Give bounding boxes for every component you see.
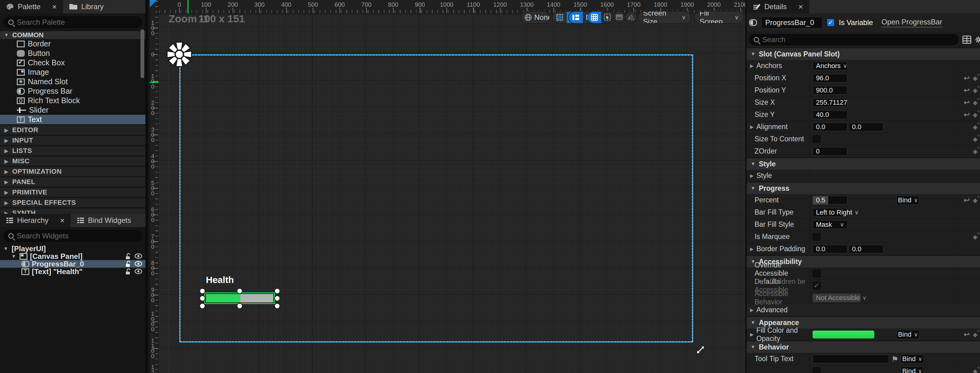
palette-category-optimization[interactable]: ▶OPTIMIZATION [0, 167, 145, 176]
bar-fill-style-dropdown[interactable]: Mask∨ [813, 221, 848, 229]
palette-item-progress-bar[interactable]: Progress Bar [0, 86, 145, 96]
chevron-down-icon[interactable]: ▼ [10, 254, 17, 259]
position-x-field[interactable]: 96.0 [813, 74, 848, 83]
expand-icon[interactable]: ▶ [749, 307, 754, 313]
create-binding-icon[interactable]: ◆ [973, 123, 978, 131]
tab-palette[interactable]: Palette × [0, 0, 63, 13]
lock-icon[interactable] [125, 253, 131, 260]
progressbar-widget[interactable] [204, 292, 275, 304]
palette-item-image[interactable]: Image [0, 67, 145, 77]
flip-preview-button[interactable] [625, 12, 636, 22]
details-close-icon[interactable]: × [798, 2, 803, 12]
tab-library[interactable]: Library [63, 0, 110, 13]
bar-fill-type-dropdown[interactable]: Left to Right∨ [813, 208, 848, 217]
tool-tip-bind-button[interactable]: Bind∨ [900, 354, 924, 363]
palette-search-input[interactable] [17, 18, 137, 27]
tab-bind-widgets[interactable]: Bind Widgets [71, 214, 137, 227]
dashed-outline-toggle[interactable] [553, 12, 567, 23]
reset-icon[interactable]: ↩ [964, 74, 970, 83]
resize-handle[interactable] [237, 289, 242, 293]
border-padding-y-field[interactable]: 0.0 [849, 245, 883, 253]
chevron-down-icon[interactable]: ▼ [2, 246, 9, 251]
widget-name-field[interactable]: ProgressBar_0 [761, 17, 822, 29]
details-search-input[interactable] [762, 35, 954, 44]
hierarchy-search[interactable] [4, 230, 142, 242]
open-progressbar-link[interactable]: Open ProgressBar [881, 18, 942, 27]
palette-scrollbar[interactable] [140, 29, 144, 78]
details-search[interactable] [749, 34, 959, 45]
resize-handle[interactable] [200, 296, 205, 301]
preview-background-button[interactable] [614, 12, 625, 22]
tool-tip-text-field[interactable] [813, 355, 889, 363]
percent-slider-field[interactable]: 0.5 [813, 196, 848, 205]
expand-icon[interactable]: ▶ [749, 332, 754, 337]
is-marquee-checkbox[interactable] [813, 233, 821, 241]
lock-icon[interactable] [125, 268, 131, 275]
percent-bind-button[interactable]: Bind∨ [896, 196, 920, 205]
select-tool-button[interactable] [602, 12, 613, 22]
palette-category-primitive[interactable]: ▶PRIMITIVE [0, 188, 145, 197]
palette-category-input[interactable]: ▶INPUT [0, 136, 145, 145]
screen-size-dropdown[interactable]: Screen Size ∨ [638, 12, 691, 23]
section-progress[interactable]: ▼Progress [747, 182, 980, 194]
expand-icon[interactable]: ▶ [749, 124, 754, 130]
can-children-checkbox[interactable]: ✓ [813, 282, 821, 290]
is-variable-checkbox[interactable]: ✓ [827, 19, 835, 27]
health-text-widget[interactable]: Health [206, 275, 234, 285]
override-accessible-checkbox[interactable] [813, 270, 821, 278]
create-binding-icon[interactable]: ◆ [973, 368, 978, 373]
fill-screen-dropdown[interactable]: Fill Screen ∨ [695, 12, 743, 23]
expand-icon[interactable]: ▶ [749, 173, 754, 179]
property-matrix-icon[interactable] [962, 35, 972, 44]
localization-preview-button[interactable]: None [522, 12, 550, 23]
tree-row-playerui[interactable]: ▼ [PlayerUI] [0, 245, 145, 252]
hierarchy-close-icon[interactable]: × [60, 216, 65, 225]
accessible-behavior-dropdown[interactable]: Not Accessible∨ [813, 294, 861, 302]
settings-gear-icon[interactable] [975, 35, 980, 44]
size-x-field[interactable]: 255.711273 [813, 98, 848, 107]
tree-row-canvas-panel[interactable]: ▼ [Canvas Panel] [0, 252, 145, 260]
eye-icon[interactable] [134, 253, 142, 259]
section-style[interactable]: ▼Style [747, 157, 980, 170]
palette-category-misc[interactable]: ▶MISC [0, 157, 145, 166]
palette-category-special-effects[interactable]: ▶SPECIAL EFFECTS [0, 198, 145, 207]
create-binding-icon[interactable]: ◆ [973, 87, 978, 94]
create-binding-icon[interactable]: ◆ [973, 148, 978, 155]
palette-item-text[interactable]: TText [0, 115, 145, 124]
tree-row-progressbar[interactable]: ProgressBar_0 [0, 260, 145, 268]
palette-category-panel[interactable]: ▶PANEL [0, 177, 145, 186]
palette-category-editor[interactable]: ▶EDITOR [0, 125, 145, 135]
eye-icon[interactable] [134, 268, 142, 275]
reset-icon[interactable]: ↩ [964, 98, 970, 107]
palette-search[interactable] [4, 16, 142, 28]
create-binding-icon[interactable]: ◆ [973, 331, 978, 338]
designer-canvas[interactable]: 0100200300400500600700800900100011001200… [150, 0, 745, 373]
reset-icon[interactable]: ↩ [964, 196, 970, 205]
reset-icon[interactable]: ↩ [964, 330, 970, 339]
palette-item-named-slot[interactable]: ✳Named Slot [0, 77, 145, 86]
resize-handle[interactable] [275, 289, 280, 293]
palette-item-check-box[interactable]: Check Box [0, 58, 145, 67]
eye-icon[interactable] [134, 261, 142, 267]
alignment-y-field[interactable]: 0.0 [849, 123, 883, 131]
zorder-field[interactable]: 0 [813, 147, 848, 156]
create-binding-icon[interactable]: ◆ [973, 233, 978, 241]
palette-group-common[interactable]: ▼ COMMON [0, 31, 145, 39]
expand-icon[interactable]: ▶ [749, 63, 754, 69]
partial-bind-button[interactable]: Bind∨ [900, 367, 924, 373]
hierarchy-search-input[interactable] [17, 232, 137, 240]
lock-icon[interactable] [125, 261, 131, 267]
resize-handle[interactable] [200, 289, 205, 293]
create-binding-icon[interactable]: ◆ [973, 111, 978, 118]
reset-icon[interactable]: ↩ [964, 111, 970, 119]
palette-close-icon[interactable]: × [52, 2, 57, 12]
border-padding-x-field[interactable]: 0.0 [813, 245, 848, 253]
create-binding-icon[interactable]: ◆ [973, 99, 978, 106]
palette-item-border[interactable]: Border [0, 39, 145, 49]
resize-handle[interactable] [200, 304, 205, 308]
tab-details[interactable]: Details × [747, 0, 809, 13]
create-binding-icon[interactable]: ◆ [973, 75, 978, 82]
palette-category-lists[interactable]: ▶LISTS [0, 146, 145, 156]
tab-hierarchy[interactable]: Hierarchy × [0, 214, 71, 227]
palette-item-button[interactable]: Button [0, 49, 145, 58]
